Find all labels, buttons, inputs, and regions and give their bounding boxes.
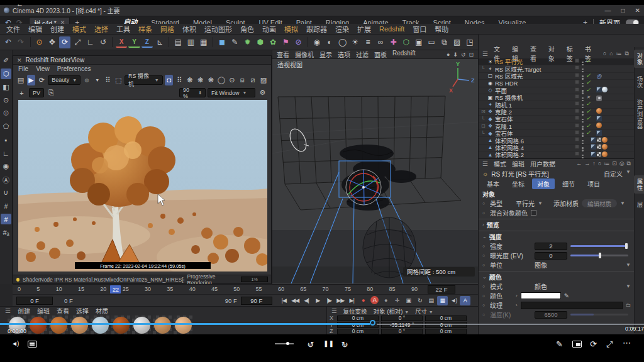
exposure-slider[interactable] (570, 255, 628, 256)
copy-icon[interactable]: ⎘ (46, 87, 57, 98)
mix-color-checkbox[interactable] (531, 210, 536, 216)
add-material-button[interactable]: 添加材质 (553, 199, 579, 208)
diagonal-icon[interactable]: ⧄ (248, 75, 257, 85)
am-popout-icon[interactable]: ⧉ (627, 160, 631, 167)
camera-dropdown[interactable]: RS 摄像机▼ (125, 75, 162, 85)
menu-item[interactable]: 工具 (116, 24, 130, 34)
image-icon[interactable]: ▨ (259, 75, 268, 85)
crop-icon[interactable]: ⬚ (114, 75, 123, 85)
mato-tag[interactable] (602, 151, 608, 157)
sq-tag[interactable] (574, 72, 580, 78)
sq-tag[interactable] (574, 123, 580, 128)
material-tile[interactable] (111, 315, 130, 334)
color-picker-icon[interactable]: ✎ (564, 292, 569, 299)
axis-z[interactable]: Z (142, 37, 153, 48)
sq-tag[interactable] (574, 87, 580, 92)
om-menu-item[interactable]: 对象 (548, 44, 561, 63)
unit-dropdown-icon[interactable]: ▼ (626, 262, 631, 268)
pip-icon[interactable] (572, 341, 582, 348)
next-frame[interactable]: |▶ (324, 296, 335, 305)
mat-grip-icon[interactable]: ☰ (5, 307, 11, 314)
sound[interactable]: ◄) (448, 296, 459, 305)
menu-item[interactable]: 模拟 (284, 24, 298, 34)
renderview-menu-item[interactable]: File (18, 65, 28, 72)
last-tool[interactable]: ∟ (85, 36, 96, 48)
type-value[interactable]: 平行光 (516, 199, 535, 208)
volume-mesh[interactable]: ⬡ (401, 36, 412, 48)
dots-tag[interactable] (580, 104, 586, 109)
dots-tag[interactable] (580, 96, 586, 102)
camera[interactable]: ◉ (311, 36, 323, 48)
volume[interactable]: ⬢ (255, 36, 266, 48)
preset-dropdown[interactable]: 自定义▼ (604, 169, 631, 178)
material-tile[interactable] (28, 315, 47, 334)
nodes[interactable]: ⧉ (438, 36, 450, 48)
uv-mode[interactable]: ▪ (1, 134, 11, 145)
section-intensity[interactable]: ⌄强度 (479, 232, 635, 241)
pixel-grid-icon[interactable]: ⠿ (104, 75, 113, 85)
type-dropdown-icon[interactable]: ▼ (538, 200, 543, 206)
record-rotation[interactable]: ↻ (414, 296, 425, 305)
menu-item[interactable]: 角色 (240, 24, 254, 34)
start-ipr-icon[interactable]: ▶ (27, 75, 36, 85)
checker-tag[interactable] (596, 144, 602, 150)
timeline-ruler[interactable]: 051015202530354045505560657075808590 22 … (13, 284, 478, 294)
chk-tag[interactable] (586, 116, 591, 121)
viewport-menu-item[interactable]: 过滤 (356, 50, 369, 59)
viewport-menu-item[interactable]: 显示 (319, 50, 332, 59)
sq-tag[interactable] (574, 151, 580, 156)
rotate-360-icon[interactable]: ⟳ (590, 339, 597, 349)
live-selection[interactable]: ⊙ (34, 36, 45, 48)
chk-tag[interactable] (586, 129, 591, 135)
am-menu-item[interactable]: 模式 (494, 159, 506, 168)
record-position[interactable]: ✛ (392, 296, 402, 305)
video-progress-played[interactable] (0, 323, 370, 325)
prev-frame[interactable]: ◀| (301, 296, 312, 305)
position-field[interactable]: 0 cm (337, 329, 379, 335)
axis-mode[interactable]: ∟ (1, 148, 11, 158)
dots-tag[interactable] (580, 68, 586, 74)
dots-tag[interactable] (580, 82, 586, 88)
pv-button[interactable]: PV (29, 88, 44, 97)
sim-add[interactable]: ✚ (387, 36, 399, 48)
chk-tag[interactable] (586, 58, 591, 64)
intensity-slider[interactable] (570, 245, 628, 247)
prev-key[interactable]: ◀◀ (290, 296, 301, 305)
am-menu-item[interactable]: 用户数据 (530, 159, 555, 168)
grid[interactable]: # (1, 200, 11, 211)
chk-tag[interactable] (586, 101, 591, 107)
viewport-menu-item[interactable]: 查看 (277, 50, 289, 59)
object-name[interactable]: RS 区域光 (495, 72, 523, 80)
deformer[interactable]: ✿ (267, 36, 279, 48)
nav-up-icon[interactable]: ↑ (592, 160, 596, 167)
panel-grip-icon[interactable]: ☰ (482, 50, 488, 57)
section-preview[interactable]: ›预览 (479, 220, 635, 229)
dots-tag[interactable] (580, 118, 586, 123)
chk-tag[interactable] (586, 72, 591, 78)
phong-tag[interactable] (591, 137, 596, 143)
am-tab[interactable]: 细节 (557, 178, 580, 189)
checker-tag[interactable] (596, 137, 602, 143)
hierarchy-icon[interactable]: ⊡ (481, 123, 487, 129)
viewport-panel-icon[interactable]: ⊡ (469, 52, 474, 58)
menu-item[interactable]: 编辑 (28, 24, 42, 34)
sq-tag[interactable] (574, 115, 580, 121)
edit-material-button[interactable]: 编辑材质 (582, 199, 617, 207)
maximize-button[interactable]: □ (621, 7, 625, 14)
menu-item[interactable]: 扩展 (357, 24, 371, 34)
pass-dropdown[interactable]: Beauty▼ (48, 75, 80, 85)
hierarchy-icon[interactable]: └ (481, 131, 487, 136)
solo-mode[interactable]: Ⓐ (1, 174, 11, 185)
light-sun[interactable]: ☀ (349, 36, 360, 48)
snapshot-grid-icon[interactable]: ⠿ (175, 75, 184, 85)
tgt-tag[interactable] (596, 74, 602, 79)
mato-tag[interactable] (602, 137, 608, 143)
xx-tag[interactable] (586, 95, 591, 101)
spline-pen[interactable]: ✎ (229, 36, 240, 48)
volume-icon[interactable]: ◄) (11, 340, 18, 347)
sq-tag[interactable] (574, 144, 580, 150)
side-tab[interactable]: 资产浏览器 (634, 96, 644, 133)
volume-slider[interactable] (275, 343, 294, 344)
popout-icon[interactable]: ⧉ (625, 50, 629, 57)
record-pla[interactable]: ▦ (437, 296, 448, 305)
